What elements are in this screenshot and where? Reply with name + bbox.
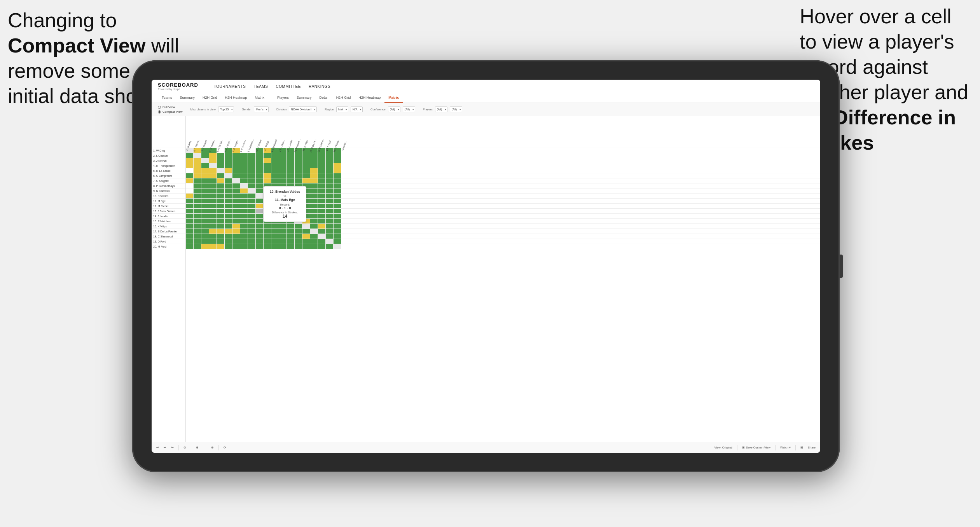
sub-tab-detail[interactable]: Detail: [316, 93, 332, 103]
grid-cell[interactable]: [186, 204, 194, 208]
grid-cell[interactable]: [334, 173, 341, 178]
grid-cell[interactable]: [201, 234, 209, 239]
grid-cell[interactable]: [302, 178, 310, 183]
grid-cell[interactable]: [248, 239, 256, 244]
grid-cell[interactable]: [248, 209, 256, 213]
grid-cell[interactable]: [287, 229, 295, 234]
grid-cell[interactable]: [194, 219, 201, 223]
grid-cell[interactable]: [194, 244, 201, 249]
grid-cell[interactable]: [279, 178, 287, 183]
grid-cell[interactable]: [186, 214, 194, 218]
grid-cell[interactable]: [326, 188, 334, 193]
grid-cell[interactable]: [194, 214, 201, 218]
grid-cell[interactable]: [186, 158, 194, 163]
grid-cell[interactable]: [225, 163, 232, 168]
grid-cell[interactable]: [232, 209, 240, 213]
grid-cell[interactable]: [194, 199, 201, 203]
grid-cell[interactable]: [279, 229, 287, 234]
nav-teams[interactable]: TEAMS: [253, 83, 268, 90]
grid-cell[interactable]: [295, 168, 302, 173]
grid-cell[interactable]: [240, 229, 248, 234]
grid-cell[interactable]: [310, 234, 318, 239]
toolbar-save-custom[interactable]: ⊞ Save Custom View: [742, 446, 770, 449]
grid-cell[interactable]: [341, 239, 349, 244]
grid-cell[interactable]: [341, 183, 349, 188]
grid-cell[interactable]: [341, 188, 349, 193]
grid-cell[interactable]: [201, 209, 209, 213]
toolbar-zoom-dash[interactable]: —: [203, 446, 206, 449]
grid-cell[interactable]: [186, 183, 194, 188]
sub-tab-matrix-r[interactable]: Matrix: [384, 93, 403, 103]
grid-cell[interactable]: [248, 224, 256, 229]
grid-cell[interactable]: [194, 183, 201, 188]
grid-cell[interactable]: [264, 173, 271, 178]
grid-cell[interactable]: [295, 229, 302, 234]
grid-cell[interactable]: [201, 219, 209, 223]
grid-cell[interactable]: [341, 234, 349, 239]
grid-cell[interactable]: [217, 178, 225, 183]
grid-cell[interactable]: [248, 188, 256, 193]
grid-cell[interactable]: [302, 173, 310, 178]
grid-cell[interactable]: [248, 194, 256, 198]
grid-cell[interactable]: [232, 219, 240, 223]
sub-tab-h2h-grid-l[interactable]: H2H Grid: [199, 93, 221, 103]
toolbar-redo[interactable]: ↪: [171, 446, 174, 449]
grid-cell[interactable]: [232, 163, 240, 168]
grid-cell[interactable]: [240, 168, 248, 173]
grid-cell[interactable]: [217, 163, 225, 168]
grid-cell[interactable]: [318, 234, 326, 239]
grid-cell[interactable]: [310, 239, 318, 244]
grid-cell[interactable]: [209, 219, 217, 223]
grid-cell[interactable]: [264, 158, 271, 163]
grid-cell[interactable]: [209, 168, 217, 173]
grid-cell[interactable]: [318, 158, 326, 163]
sub-tab-h2h-heatmap-r[interactable]: H2H Heatmap: [355, 93, 384, 103]
grid-cell[interactable]: [334, 224, 341, 229]
grid-cell[interactable]: [341, 244, 349, 249]
grid-cell[interactable]: [217, 158, 225, 163]
grid-cell[interactable]: [186, 199, 194, 203]
grid-cell[interactable]: [264, 178, 271, 183]
grid-cell[interactable]: [302, 234, 310, 239]
grid-cell[interactable]: [240, 219, 248, 223]
grid-cell[interactable]: [256, 244, 264, 249]
grid-cell[interactable]: [240, 209, 248, 213]
grid-cell[interactable]: [232, 244, 240, 249]
grid-cell[interactable]: [217, 224, 225, 229]
grid-cell[interactable]: [341, 158, 349, 163]
grid-cell[interactable]: [287, 224, 295, 229]
grid-cell[interactable]: [287, 168, 295, 173]
region-select[interactable]: N/A: [336, 106, 348, 112]
grid-cell[interactable]: [264, 153, 271, 158]
grid-cell[interactable]: [256, 168, 264, 173]
grid-cell[interactable]: [341, 163, 349, 168]
grid-cell[interactable]: [326, 163, 334, 168]
grid-cell[interactable]: [225, 239, 232, 244]
grid-cell[interactable]: [341, 219, 349, 223]
grid-cell[interactable]: [341, 224, 349, 229]
grid-cell[interactable]: [334, 153, 341, 158]
grid-cell[interactable]: [310, 173, 318, 178]
grid-cell[interactable]: [225, 168, 232, 173]
grid-cell[interactable]: [240, 194, 248, 198]
grid-cell[interactable]: [287, 158, 295, 163]
grid-cell[interactable]: [256, 188, 264, 193]
grid-cell[interactable]: [209, 178, 217, 183]
grid-cell[interactable]: [194, 194, 201, 198]
grid-cell[interactable]: [334, 168, 341, 173]
grid-cell[interactable]: [326, 194, 334, 198]
grid-cell[interactable]: [209, 188, 217, 193]
grid-cell[interactable]: [201, 153, 209, 158]
grid-cell[interactable]: [225, 224, 232, 229]
grid-cell[interactable]: [271, 239, 279, 244]
grid-cell[interactable]: [248, 199, 256, 203]
grid-cell[interactable]: [310, 194, 318, 198]
grid-cell[interactable]: [326, 158, 334, 163]
grid-cell[interactable]: [341, 199, 349, 203]
grid-cell[interactable]: [248, 163, 256, 168]
grid-cell[interactable]: [201, 183, 209, 188]
grid-cell[interactable]: [341, 214, 349, 218]
toolbar-view-original[interactable]: View: Original: [714, 446, 732, 449]
grid-cell[interactable]: [194, 178, 201, 183]
grid-cell[interactable]: [201, 168, 209, 173]
